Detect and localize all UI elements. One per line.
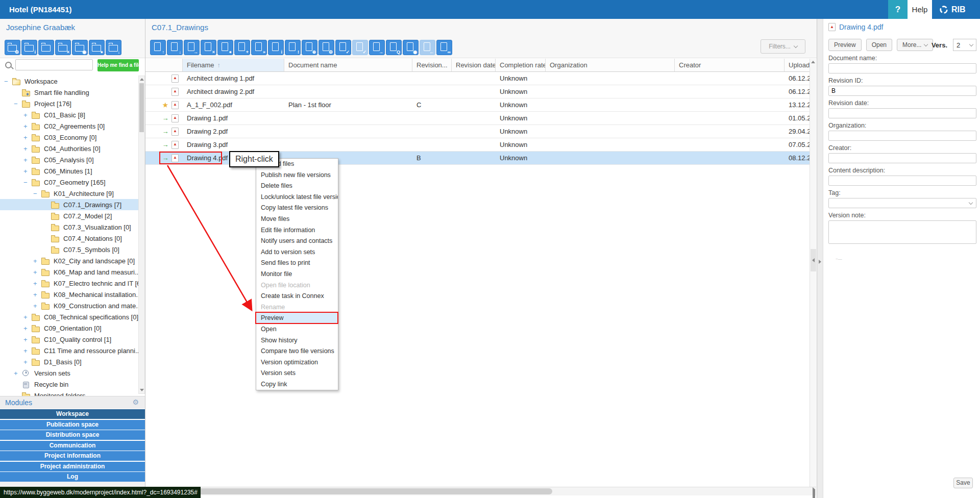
context-menu-item[interactable]: Rename xyxy=(256,302,338,313)
open-button[interactable]: Open xyxy=(866,39,892,51)
more-button[interactable]: More... xyxy=(897,39,933,51)
delete-folder[interactable]: × xyxy=(55,40,71,55)
tree-item[interactable]: + Version sets xyxy=(0,367,138,379)
version-select[interactable]: 2 xyxy=(953,39,976,51)
column-header-upload[interactable]: Upload... xyxy=(785,59,810,71)
download-folder[interactable]: ↓ xyxy=(106,40,121,55)
module-button[interactable]: Log xyxy=(0,472,145,482)
tree-expander-icon[interactable]: + xyxy=(23,111,31,119)
field-textarea[interactable] xyxy=(828,220,976,244)
tree-search-input[interactable] xyxy=(15,59,93,70)
context-menu-item[interactable]: Preview xyxy=(256,313,338,324)
tree-item[interactable]: C07.5_Symbols [0] xyxy=(0,244,138,255)
quick-help-button[interactable]: ? xyxy=(888,0,908,19)
context-menu-item[interactable]: Send files to print xyxy=(256,258,338,269)
context-menu-item[interactable]: Version optimization xyxy=(256,357,338,368)
preview-button[interactable]: Preview xyxy=(828,39,862,51)
tree-item[interactable]: + C05_Analysis [0] xyxy=(0,154,138,165)
table-row[interactable]: → Drawing 1.pdf Unknown 01.05.2 xyxy=(145,112,810,125)
edit-file-information[interactable]: i xyxy=(268,40,284,55)
tree-item[interactable]: C07.2_Model [2] xyxy=(0,210,138,221)
tree-expander-icon[interactable]: − xyxy=(33,190,41,197)
context-menu-item[interactable]: Open xyxy=(256,324,338,335)
tree-item[interactable]: Smart file handling xyxy=(0,87,138,98)
modules-settings-gear-icon[interactable]: ⚙ xyxy=(132,398,139,406)
tree-expander-icon[interactable]: + xyxy=(33,268,41,276)
tree-expander-icon[interactable]: + xyxy=(23,134,31,141)
save-button[interactable]: Save xyxy=(953,478,973,488)
tree-item[interactable]: − C07_Geometry [165] xyxy=(0,177,138,188)
field-input[interactable] xyxy=(828,153,976,163)
tree-item[interactable]: + K06_Map and land measuri... xyxy=(0,266,138,278)
tree-expander-icon[interactable]: + xyxy=(23,347,31,355)
context-menu-item[interactable]: Move files xyxy=(256,214,338,225)
context-menu-item[interactable]: Copy link xyxy=(256,379,338,390)
column-header-revision-date[interactable]: Revision date xyxy=(452,59,496,71)
tree-expander-icon[interactable]: + xyxy=(23,336,31,343)
tree-item[interactable]: + C01_Basic [8] xyxy=(0,109,138,120)
tree-expander-icon[interactable]: + xyxy=(23,167,31,175)
context-menu-item[interactable]: Create task in Connex xyxy=(256,291,338,302)
tree-item[interactable]: + C11 Time and ressource planni... xyxy=(0,345,138,356)
scroll-up-icon[interactable] xyxy=(140,78,144,81)
workspace-settings[interactable]: ⚙ xyxy=(5,40,20,55)
upload-files[interactable]: ↑ xyxy=(150,40,166,55)
panel-collapse-handle[interactable] xyxy=(811,249,816,271)
scroll-right-button[interactable] xyxy=(813,489,815,498)
tree-item[interactable]: + D1_Basis [0] xyxy=(0,356,138,367)
tree-expander-icon[interactable]: + xyxy=(33,257,41,265)
column-header-creator[interactable]: Creator xyxy=(675,59,785,71)
table-row[interactable]: Architect drawing 1.pdf Unknown 06.12.2 xyxy=(145,72,810,85)
help-button[interactable]: Help xyxy=(908,0,932,19)
notify-users-and-contacts[interactable]: ! xyxy=(285,40,301,55)
version-optimization[interactable]: ⚙ xyxy=(318,40,334,55)
tree-item[interactable]: C07.1_Drawings [7] xyxy=(0,199,138,210)
table-row[interactable]: → Drawing 3.pdf Unknown 07.05.2 xyxy=(145,138,810,152)
tree-item[interactable]: − K01_Architecture [9] xyxy=(0,188,138,199)
tree-item[interactable]: + C02_Agreements [0] xyxy=(0,120,138,132)
column-header-revision[interactable]: Revision... xyxy=(412,59,452,71)
tree-expander-icon[interactable]: + xyxy=(23,156,31,164)
scroll-up-icon[interactable] xyxy=(811,61,815,63)
tree-item[interactable]: C07.3_Visualization [0] xyxy=(0,221,138,233)
tree-expander-icon[interactable]: + xyxy=(14,369,21,377)
copy-latest-file-versions[interactable]: + xyxy=(234,40,250,55)
open-file-location[interactable]: ← xyxy=(420,40,435,55)
context-menu-item[interactable]: Add to version sets xyxy=(256,247,338,258)
context-menu-item[interactable]: Monitor file xyxy=(256,269,338,280)
scroll-down-icon[interactable] xyxy=(140,389,144,391)
tree-expander-icon[interactable]: + xyxy=(23,313,31,321)
module-button[interactable]: Publication space xyxy=(0,420,145,430)
send-files-to-print[interactable]: ✓ xyxy=(335,40,351,55)
tree-item[interactable]: + C10_Quality control [1] xyxy=(0,334,138,345)
table-row[interactable]: Architect drawing 2.pdf Unknown 06.12.2 xyxy=(145,85,810,98)
module-button[interactable]: Distribution space xyxy=(0,430,145,440)
monitor-folder[interactable]: ◉ xyxy=(72,40,88,55)
tree-expander-icon[interactable]: + xyxy=(33,280,41,287)
lock-unlock-latest-file-version[interactable]: ● xyxy=(217,40,233,55)
table-row[interactable]: ★ A_1_F_002.pdf Plan - 1st floor C Unkno… xyxy=(145,98,810,112)
context-menu-item[interactable]: Copy latest file versions xyxy=(256,203,338,214)
context-menu-item[interactable]: Compare two file versions xyxy=(256,346,338,357)
download-files[interactable]: ↓ xyxy=(167,40,183,55)
tree-scrollbar-thumb[interactable] xyxy=(139,83,144,132)
field-input[interactable] xyxy=(828,63,976,73)
help-me-find-a-file-button[interactable]: Help me find a file xyxy=(97,59,139,71)
field-input[interactable] xyxy=(828,176,976,186)
add-to-version-sets[interactable]: ⊕ xyxy=(302,40,317,55)
move-files[interactable]: » xyxy=(251,40,267,55)
context-menu-item[interactable]: Delete files xyxy=(256,181,338,192)
tree-item[interactable]: + C06_Minutes [1] xyxy=(0,165,138,177)
compare-two-file-versions[interactable]: ✓ xyxy=(352,40,368,55)
delete-files[interactable]: × xyxy=(201,40,216,55)
column-header-filename[interactable]: Filename↑ xyxy=(183,59,284,71)
tree-item[interactable]: + C08_Technical specifications [0] xyxy=(0,311,138,322)
column-header-icons[interactable] xyxy=(145,59,183,71)
context-menu-item[interactable]: Version sets xyxy=(256,368,338,379)
folder-permissions[interactable]: ● xyxy=(89,40,105,55)
context-menu-item[interactable]: Publish new file versions xyxy=(256,170,338,181)
preview-file[interactable]: Q xyxy=(386,40,402,55)
column-header-completion-rate[interactable]: Completion rate xyxy=(496,59,546,71)
tree-item[interactable]: − Workspace xyxy=(0,76,138,87)
tree-item[interactable]: − Project [176] xyxy=(0,98,138,109)
